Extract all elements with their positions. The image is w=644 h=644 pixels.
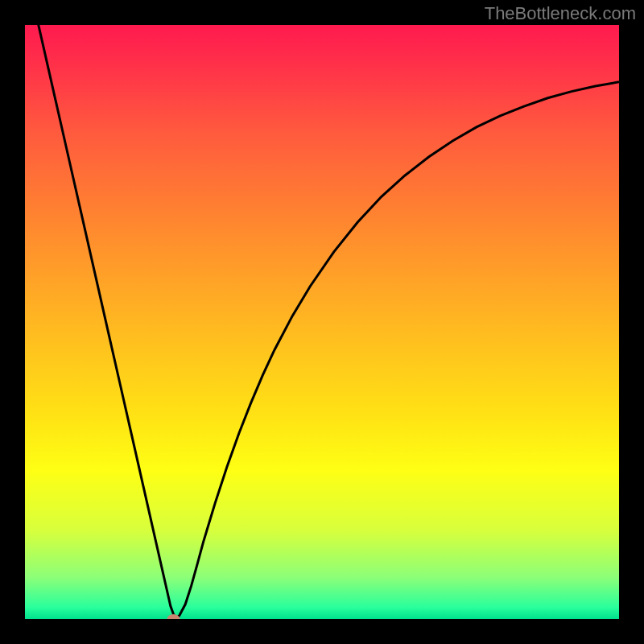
chart-svg bbox=[25, 25, 619, 619]
bottleneck-curve bbox=[25, 25, 619, 618]
chart-container: TheBottleneck.com bbox=[0, 0, 644, 644]
watermark-text: TheBottleneck.com bbox=[485, 3, 636, 24]
optimum-marker bbox=[167, 614, 180, 619]
plot-area bbox=[25, 25, 619, 619]
